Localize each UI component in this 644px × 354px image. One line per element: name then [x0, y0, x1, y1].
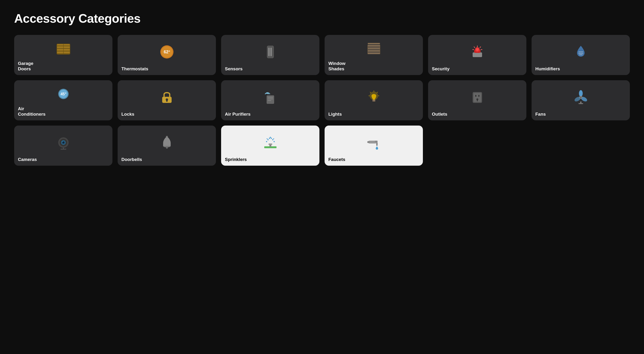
svg-line-53: [377, 92, 378, 93]
svg-rect-27: [473, 52, 482, 57]
lights-icon: [328, 84, 419, 110]
svg-point-63: [579, 90, 583, 97]
svg-rect-20: [368, 47, 380, 47]
svg-rect-50: [372, 100, 375, 101]
category-sprinklers[interactable]: Sprinklers: [221, 125, 320, 166]
category-doorbells[interactable]: Doorbells: [118, 125, 216, 166]
svg-point-67: [580, 97, 582, 98]
doorbells-icon: [122, 130, 212, 155]
category-air-purifiers[interactable]: Air Purifiers: [221, 80, 320, 120]
doorbells-label: Doorbells: [122, 157, 142, 162]
svg-rect-18: [368, 43, 380, 44]
sprinklers-icon: [225, 130, 316, 155]
svg-text:45°: 45°: [60, 92, 66, 96]
humidifiers-icon: [535, 39, 626, 64]
svg-rect-82: [268, 143, 272, 145]
security-icon: [432, 39, 522, 64]
svg-rect-22: [368, 50, 380, 51]
svg-line-33: [474, 47, 475, 48]
svg-point-84: [267, 139, 268, 140]
window-shades-label: WindowShades: [328, 61, 346, 72]
svg-rect-95: [367, 141, 370, 143]
thermostats-icon: 62°: [122, 39, 212, 64]
svg-rect-93: [375, 141, 378, 142]
svg-point-83: [266, 141, 267, 142]
category-faucets[interactable]: Faucets: [324, 125, 423, 166]
svg-rect-94: [376, 142, 378, 146]
svg-rect-15: [268, 48, 270, 56]
garage-doors-icon: [18, 39, 109, 59]
locks-label: Locks: [122, 112, 134, 117]
svg-text:62°: 62°: [164, 50, 170, 54]
category-locks[interactable]: Locks: [118, 80, 216, 120]
svg-rect-24: [368, 53, 380, 54]
svg-point-91: [273, 138, 274, 139]
page-title: Accessory Categories: [14, 11, 630, 26]
thermostats-label: Thermostats: [122, 66, 148, 72]
svg-rect-79: [166, 136, 168, 137]
fans-label: Fans: [535, 112, 546, 117]
svg-point-61: [476, 98, 478, 100]
cameras-icon: [18, 130, 109, 155]
svg-point-75: [62, 141, 63, 142]
category-sensors[interactable]: Sensors: [221, 35, 320, 75]
air-purifiers-icon: [225, 84, 316, 110]
svg-point-86: [270, 137, 271, 138]
air-conditioners-icon: 45°: [18, 84, 109, 104]
locks-icon: [122, 84, 212, 110]
svg-line-32: [480, 47, 481, 48]
faucets-label: Faucets: [328, 157, 345, 162]
svg-point-85: [269, 138, 270, 139]
sensors-icon: [225, 39, 316, 64]
svg-rect-45: [266, 95, 274, 104]
category-fans[interactable]: Fans: [532, 80, 630, 120]
svg-line-54: [370, 92, 371, 93]
svg-point-89: [274, 141, 274, 142]
svg-point-78: [166, 147, 168, 149]
faucets-icon: [328, 130, 419, 155]
svg-rect-51: [372, 101, 375, 101]
cameras-label: Cameras: [18, 157, 37, 162]
lights-label: Lights: [328, 112, 342, 117]
window-shades-icon: [328, 39, 419, 59]
category-window-shades[interactable]: WindowShades: [324, 35, 423, 75]
svg-rect-19: [368, 45, 380, 46]
fans-icon: [535, 84, 626, 110]
svg-rect-69: [578, 103, 583, 104]
svg-rect-44: [166, 100, 168, 102]
category-humidifiers[interactable]: Humidifiers: [532, 35, 630, 75]
security-label: Security: [432, 66, 450, 72]
sensors-label: Sensors: [225, 66, 242, 72]
svg-point-87: [270, 138, 272, 139]
svg-rect-23: [368, 52, 380, 52]
svg-point-30: [476, 48, 479, 51]
svg-rect-60: [478, 95, 480, 97]
svg-point-88: [272, 139, 273, 140]
svg-point-74: [63, 142, 64, 143]
svg-point-90: [266, 138, 268, 139]
humidifiers-label: Humidifiers: [535, 66, 560, 72]
outlets-label: Outlets: [432, 112, 447, 117]
svg-rect-21: [368, 48, 380, 49]
outlets-icon: [432, 84, 522, 110]
air-conditioners-label: AirConditioners: [18, 106, 46, 117]
category-security[interactable]: Security: [428, 35, 526, 75]
garage-doors-label: GarageDoors: [18, 61, 33, 72]
svg-rect-16: [270, 48, 272, 56]
svg-rect-59: [475, 95, 476, 97]
category-outlets[interactable]: Outlets: [428, 80, 526, 120]
category-cameras[interactable]: Cameras: [14, 125, 112, 166]
category-lights[interactable]: Lights: [324, 80, 423, 120]
categories-grid: GarageDoors 62° Thermostats Sensors: [14, 35, 630, 166]
category-garage-doors[interactable]: GarageDoors: [14, 35, 112, 75]
sprinklers-label: Sprinklers: [225, 157, 247, 162]
category-air-conditioners[interactable]: 45° AirConditioners: [14, 80, 112, 120]
category-thermostats[interactable]: 62° Thermostats: [118, 35, 216, 75]
svg-rect-62: [477, 100, 478, 101]
air-purifiers-label: Air Purifiers: [225, 112, 250, 117]
